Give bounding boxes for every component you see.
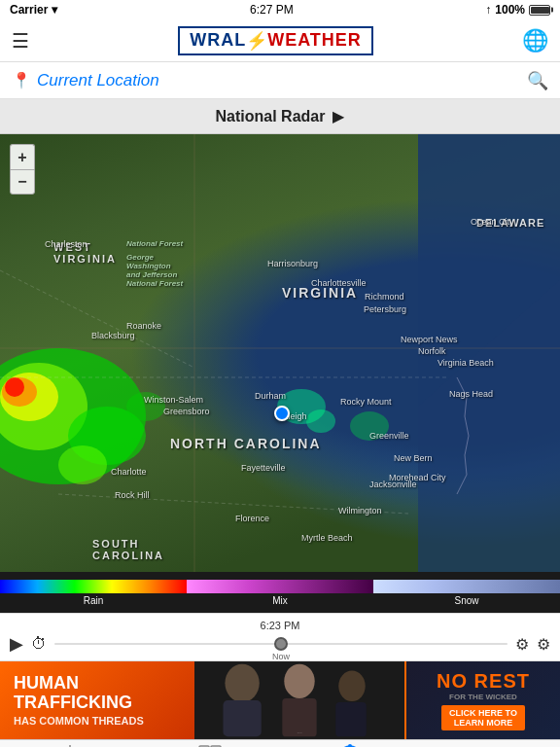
playback-time: 6:23 PM — [10, 620, 550, 631]
wral-logo-text: WRAL — [190, 30, 246, 51]
george-washington-forest-label: GeorgeWashingtonand JeffersonNational Fo… — [126, 253, 183, 288]
charlotte-label: Charlotte — [111, 467, 147, 477]
svg-point-8 — [2, 377, 37, 407]
ad-banner[interactable]: HUMANTRAFFICKING HAS COMMON THREADS ... … — [0, 661, 560, 739]
nav-radar[interactable]: iControl Radar — [280, 740, 420, 747]
greensboro-label: Greensboro — [163, 407, 210, 416]
location-bar: 📍 Current Location 🔍 — [0, 62, 560, 99]
ad-right-section[interactable]: NO REST FOR THE WICKED CLICK HERE TOLEAR… — [404, 661, 560, 739]
morehead-label: Morehead City — [389, 473, 446, 482]
timeline-scrubber[interactable]: Now — [54, 634, 508, 654]
clock-button[interactable]: ⚙ — [515, 635, 529, 654]
svg-point-34 — [348, 744, 352, 748]
map-controls: + − — [10, 144, 35, 195]
ad-title: HUMANTRAFFICKING — [14, 674, 181, 713]
wral-weather-text: WEATHER — [267, 30, 362, 51]
svg-point-6 — [0, 363, 88, 450]
svg-rect-25 — [335, 702, 366, 736]
nav-forecast[interactable]: 7-Day Forecast — [140, 740, 280, 747]
battery-icon — [529, 5, 550, 16]
norfolk-label: Norfolk — [418, 346, 446, 356]
ad-subtitle: HAS COMMON THREADS — [14, 715, 181, 727]
map-background: VIRGINIA WESTVIRGINIA NORTH CAROLINA SOU… — [0, 134, 560, 572]
carrier-text: Carrier — [10, 3, 48, 17]
status-time: 6:27 PM — [250, 3, 294, 17]
scrubber-track — [54, 643, 508, 645]
virginia-beach-label: Virginia Beach — [438, 358, 494, 368]
richmond-label: Richmond — [365, 292, 404, 302]
status-left: Carrier ▾ — [10, 3, 57, 17]
search-button[interactable]: 🔍 — [527, 70, 548, 91]
roanoke-label: Roanoke — [126, 321, 161, 331]
durham-label: Durham — [255, 391, 286, 401]
svg-point-15 — [350, 411, 389, 441]
status-bar: Carrier ▾ 6:27 PM ↑ 100% — [0, 0, 560, 19]
charlottesville-label: Charlottesville — [311, 278, 367, 288]
zoom-out-button[interactable]: − — [10, 169, 35, 195]
nav-feed[interactable]: Weather Feed — [420, 740, 560, 747]
jacksonville-label: Jacksonville — [369, 480, 417, 489]
svg-point-24 — [338, 671, 365, 701]
svg-line-17 — [58, 494, 408, 514]
ad-cta-button[interactable]: CLICK HERE TOLEARN MORE — [441, 705, 525, 730]
nags-head-label: Nags Head — [449, 389, 493, 399]
app-header: ☰ WRAL ⚡ WEATHER 🌐 — [0, 19, 560, 62]
now-label: Now — [272, 652, 290, 661]
location-pin-icon: 📍 — [12, 71, 31, 89]
radar-overlay — [0, 134, 560, 572]
svg-point-11 — [58, 445, 107, 484]
myrtle-beach-label: Myrtle Beach — [301, 533, 353, 543]
rain-color-bar — [0, 580, 187, 593]
petersburg-label: Petersburg — [364, 304, 406, 314]
harrisonburg-label: Harrisonburg — [267, 259, 318, 268]
lightning-icon: ⚡ — [246, 30, 267, 52]
nav-now[interactable]: Now — [0, 740, 140, 747]
play-button[interactable]: ▶ — [10, 633, 23, 655]
blacksburg-label: Blacksburg — [91, 331, 135, 340]
location-left: 📍 Current Location — [12, 71, 159, 90]
svg-point-7 — [0, 373, 58, 421]
pin-circle — [274, 406, 290, 421]
svg-rect-0 — [418, 134, 560, 572]
radar-banner-text: National Radar — [216, 108, 326, 125]
playback-bar: 6:23 PM ▶ ⏱ Now ⚙ ⚙ — [0, 613, 560, 661]
svg-text:...: ... — [297, 728, 302, 734]
globe-button[interactable]: 🌐 — [522, 28, 548, 53]
svg-point-10 — [68, 407, 146, 465]
snow-legend: Snow — [373, 578, 560, 608]
sc-label: SOUTHCAROLINA — [92, 538, 164, 561]
wral-logo: WRAL ⚡ WEATHER — [178, 26, 373, 55]
svg-rect-2 — [0, 134, 560, 572]
ad-center-image: ... — [194, 661, 404, 739]
rain-legend: Rain — [0, 578, 187, 608]
zoom-in-button[interactable]: + — [10, 144, 35, 169]
history-button[interactable]: ⏱ — [31, 635, 47, 653]
ad-image-svg: ... — [194, 661, 404, 739]
winston-salem-label: Winston-Salem — [144, 395, 203, 405]
new-bern-label: New Bern — [394, 453, 433, 463]
mix-legend: Mix — [187, 578, 373, 608]
svg-line-18 — [0, 270, 194, 368]
svg-point-9 — [5, 377, 24, 397]
mix-label: Mix — [272, 595, 288, 606]
ad-left-section: HUMANTRAFFICKING HAS COMMON THREADS — [0, 661, 194, 739]
wilmington-label: Wilmington — [338, 506, 382, 516]
settings-button[interactable]: ⚙ — [537, 635, 550, 654]
menu-button[interactable]: ☰ — [12, 29, 29, 53]
newport-news-label: Newport News — [401, 335, 458, 344]
scrubber-thumb[interactable] — [274, 637, 288, 651]
virginia-label: VIRGINIA — [282, 285, 358, 301]
radar-legend: Rain Mix Snow — [0, 572, 560, 613]
greenville-label: Greenville — [369, 431, 409, 441]
radar-arrow-icon: ▶ — [332, 107, 344, 125]
national-forest-label: National Forest — [126, 239, 183, 248]
wv-label: WESTVIRGINIA — [53, 241, 117, 265]
charleston-label: Charleston — [45, 239, 88, 249]
snow-label: Snow — [454, 595, 478, 606]
radar-banner[interactable]: National Radar ▶ — [0, 99, 560, 134]
location-text[interactable]: Current Location — [37, 71, 159, 90]
wifi-icon: ▾ — [52, 3, 57, 17]
radar-map[interactable]: VIRGINIA WESTVIRGINIA NORTH CAROLINA SOU… — [0, 134, 560, 572]
svg-point-22 — [284, 664, 314, 698]
florence-label: Florence — [235, 514, 269, 523]
